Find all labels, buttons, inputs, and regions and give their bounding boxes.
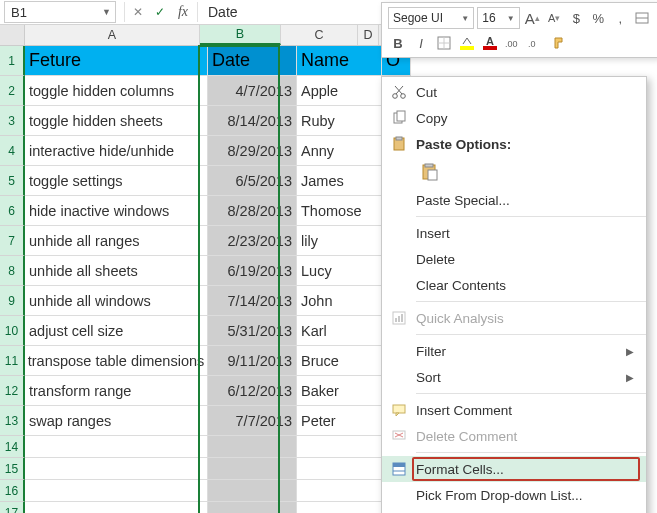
cancel-formula-icon[interactable]: ✕ bbox=[127, 2, 149, 22]
row-header[interactable]: 7 bbox=[0, 226, 25, 256]
cell[interactable] bbox=[25, 458, 208, 480]
italic-button[interactable]: I bbox=[411, 33, 431, 53]
cell[interactable]: Name bbox=[297, 46, 382, 76]
column-header-C[interactable]: C bbox=[281, 25, 358, 45]
menu-cut[interactable]: Cut bbox=[382, 79, 646, 105]
cell[interactable] bbox=[208, 436, 297, 458]
font-color-icon[interactable]: A bbox=[480, 33, 500, 53]
cell[interactable]: 2/23/2013 bbox=[208, 226, 297, 256]
menu-sort[interactable]: Sort ▶ bbox=[382, 364, 646, 390]
menu-insert[interactable]: Insert bbox=[382, 220, 646, 246]
row-header[interactable]: 17 bbox=[0, 502, 25, 513]
cell[interactable]: Bruce bbox=[297, 346, 382, 376]
cell[interactable] bbox=[208, 480, 297, 502]
cell[interactable] bbox=[208, 502, 297, 513]
cell[interactable]: Thomose bbox=[297, 196, 382, 226]
row-header[interactable]: 13 bbox=[0, 406, 25, 436]
cell[interactable]: Peter bbox=[297, 406, 382, 436]
row-header[interactable]: 4 bbox=[0, 136, 25, 166]
menu-pick-from-list[interactable]: Pick From Drop-down List... bbox=[382, 482, 646, 508]
cell[interactable]: Apple bbox=[297, 76, 382, 106]
cell[interactable]: adjust cell size bbox=[25, 316, 208, 346]
cell[interactable]: 7/14/2013 bbox=[208, 286, 297, 316]
cell[interactable] bbox=[297, 502, 382, 513]
row-header[interactable]: 12 bbox=[0, 376, 25, 406]
cell[interactable] bbox=[25, 502, 208, 513]
row-header[interactable]: 15 bbox=[0, 458, 25, 480]
menu-clear-contents[interactable]: Clear Contents bbox=[382, 272, 646, 298]
cell[interactable] bbox=[208, 458, 297, 480]
cell[interactable]: interactive hide/unhide bbox=[25, 136, 208, 166]
cell[interactable]: transform range bbox=[25, 376, 208, 406]
decrease-decimal-icon[interactable]: .00 bbox=[503, 33, 523, 53]
decrease-font-icon[interactable]: A▾ bbox=[545, 8, 564, 28]
cell[interactable]: 7/7/2013 bbox=[208, 406, 297, 436]
cell[interactable]: 6/12/2013 bbox=[208, 376, 297, 406]
menu-filter[interactable]: Filter ▶ bbox=[382, 338, 646, 364]
paste-button[interactable] bbox=[416, 158, 444, 186]
menu-copy[interactable]: Copy bbox=[382, 105, 646, 131]
cell[interactable]: Feture bbox=[25, 46, 208, 76]
cell[interactable]: unhide all sheets bbox=[25, 256, 208, 286]
row-header[interactable]: 6 bbox=[0, 196, 25, 226]
cell[interactable]: toggle hidden columns bbox=[25, 76, 208, 106]
name-box[interactable]: B1 ▼ bbox=[4, 1, 116, 23]
column-header-B[interactable]: B bbox=[200, 25, 281, 45]
cell[interactable]: unhide all windows bbox=[25, 286, 208, 316]
row-header[interactable]: 11 bbox=[0, 346, 25, 376]
borders-icon[interactable] bbox=[434, 33, 454, 53]
menu-delete[interactable]: Delete bbox=[382, 246, 646, 272]
row-header[interactable]: 8 bbox=[0, 256, 25, 286]
cell[interactable]: hide inactive windows bbox=[25, 196, 208, 226]
row-header[interactable]: 14 bbox=[0, 436, 25, 458]
cell[interactable]: Baker bbox=[297, 376, 382, 406]
cell[interactable]: 9/11/2013 bbox=[208, 346, 297, 376]
cell[interactable]: 6/19/2013 bbox=[208, 256, 297, 286]
menu-paste-special[interactable]: Paste Special... bbox=[382, 187, 646, 213]
cell[interactable]: Ruby bbox=[297, 106, 382, 136]
font-size-select[interactable]: 16 ▼ bbox=[477, 7, 519, 29]
cell[interactable]: 4/7/2013 bbox=[208, 76, 297, 106]
format-painter-icon[interactable] bbox=[549, 33, 569, 53]
cell[interactable]: Date bbox=[208, 46, 297, 76]
cell[interactable]: transpose table dimensions bbox=[25, 346, 208, 376]
row-header[interactable]: 9 bbox=[0, 286, 25, 316]
cell[interactable]: unhide all ranges bbox=[25, 226, 208, 256]
merge-icon[interactable] bbox=[633, 8, 652, 28]
cell[interactable]: Anny bbox=[297, 136, 382, 166]
increase-font-icon[interactable]: A▴ bbox=[523, 8, 542, 28]
menu-define-name[interactable]: Define Name... bbox=[382, 508, 646, 513]
cell[interactable]: 8/29/2013 bbox=[208, 136, 297, 166]
comma-icon[interactable]: , bbox=[611, 8, 630, 28]
cell[interactable]: lily bbox=[297, 226, 382, 256]
cell[interactable]: James bbox=[297, 166, 382, 196]
percent-icon[interactable]: % bbox=[589, 8, 608, 28]
cell[interactable] bbox=[297, 436, 382, 458]
cell[interactable]: 5/31/2013 bbox=[208, 316, 297, 346]
cell[interactable] bbox=[297, 480, 382, 502]
cell[interactable]: toggle hidden sheets bbox=[25, 106, 208, 136]
column-header-A[interactable]: A bbox=[25, 25, 200, 45]
accept-formula-icon[interactable]: ✓ bbox=[149, 2, 171, 22]
increase-decimal-icon[interactable]: .0 bbox=[526, 33, 546, 53]
cell[interactable]: John bbox=[297, 286, 382, 316]
cell[interactable]: toggle settings bbox=[25, 166, 208, 196]
currency-icon[interactable]: $ bbox=[567, 8, 586, 28]
row-header[interactable]: 3 bbox=[0, 106, 25, 136]
select-all-corner[interactable] bbox=[0, 25, 25, 45]
font-name-select[interactable]: Segoe UI ▼ bbox=[388, 7, 474, 29]
row-header[interactable]: 5 bbox=[0, 166, 25, 196]
row-header[interactable]: 1 bbox=[0, 46, 25, 76]
bold-button[interactable]: B bbox=[388, 33, 408, 53]
row-header[interactable]: 2 bbox=[0, 76, 25, 106]
cell[interactable]: Karl bbox=[297, 316, 382, 346]
cell[interactable]: 8/28/2013 bbox=[208, 196, 297, 226]
cell[interactable] bbox=[25, 436, 208, 458]
cell[interactable] bbox=[25, 480, 208, 502]
chevron-down-icon[interactable]: ▼ bbox=[102, 7, 111, 17]
fx-icon[interactable]: fx bbox=[171, 4, 195, 20]
cell[interactable]: 8/14/2013 bbox=[208, 106, 297, 136]
column-header-D[interactable]: D bbox=[358, 25, 379, 45]
cell[interactable]: Lucy bbox=[297, 256, 382, 286]
row-header[interactable]: 16 bbox=[0, 480, 25, 502]
